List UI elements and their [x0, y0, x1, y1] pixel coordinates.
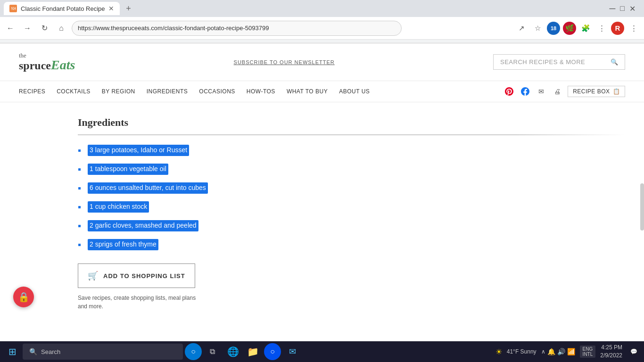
search-box[interactable]: SEARCH RECIPES & MORE 🔍 — [493, 54, 625, 70]
notification-center-button[interactable]: 💬 — [627, 345, 640, 358]
nav-recipes[interactable]: RECIPES — [19, 88, 45, 95]
ingredient-text: 1 cup chicken stock — [88, 201, 149, 213]
taskbar-edge[interactable]: 🌐 — [224, 343, 241, 360]
edge-icon: 🌐 — [227, 346, 239, 357]
logo-spruce: spruce — [19, 60, 51, 71]
browser-nav-bar: ← → ↻ ⌂ https://www.thespruceeats.com/cl… — [0, 17, 644, 40]
nav-cocktails[interactable]: COCKTAILS — [57, 88, 91, 95]
share-icon[interactable]: ↗ — [515, 22, 528, 35]
search-submit-icon[interactable]: 🔍 — [611, 58, 619, 66]
system-tray: ∧ 🔔 🔊 📶 — [541, 348, 575, 355]
add-to-list-label: ADD TO SHOPPING LIST — [103, 272, 185, 280]
ingredients-title: Ingredients — [78, 116, 625, 129]
recipe-box-label: RECIPE BOX — [573, 88, 610, 95]
nav-about-us[interactable]: ABOUT US — [339, 88, 370, 95]
ingredient-text: 1 tablespoon vegetable oil — [88, 164, 168, 175]
cortana-icon: ○ — [191, 347, 196, 356]
profile-icon[interactable]: R — [611, 22, 624, 35]
maximize-button[interactable]: □ — [620, 4, 625, 13]
spruce-ext-icon[interactable]: 🌿 — [563, 22, 576, 35]
notification-icon[interactable]: 🔔 — [547, 348, 555, 355]
start-button[interactable]: ⊞ — [4, 343, 21, 360]
tab-bar: 🍽 Classic Fondant Potato Recipe ✕ + ─ □ … — [0, 0, 644, 17]
settings-icon[interactable]: ⋮ — [595, 22, 608, 35]
page-content: Ingredients ▪ 3 large potatoes, Idaho or… — [0, 102, 644, 341]
forward-button[interactable]: → — [21, 22, 34, 35]
social-links: ✉ 🖨 RECIPE BOX 📋 — [504, 86, 625, 97]
bullet-icon: ▪ — [78, 182, 81, 194]
date-display: 2/9/2022 — [600, 352, 622, 360]
newsletter-link[interactable]: SUBSCRIBE TO OUR NEWSLETTER — [234, 59, 335, 65]
reload-button[interactable]: ↻ — [38, 22, 51, 35]
home-button[interactable]: ⌂ — [55, 22, 68, 35]
network-icon[interactable]: 📶 — [567, 348, 575, 355]
mail-icon: ✉ — [289, 346, 296, 357]
taskbar-task-view[interactable]: ⧉ — [204, 343, 221, 360]
nav-links: RECIPES COCKTAILS BY REGION INGREDIENTS … — [19, 88, 504, 95]
logo-eats: Eats — [51, 58, 75, 72]
nav-occasions[interactable]: OCCASIONS — [199, 88, 235, 95]
tab-close-button[interactable]: ✕ — [108, 5, 114, 12]
nav-by-region[interactable]: BY REGION — [102, 88, 135, 95]
new-tab-button[interactable]: + — [122, 2, 135, 15]
add-to-shopping-list-button[interactable]: 🛒 ADD TO SHOPPING LIST — [78, 263, 195, 288]
clock: 4:25 PM 2/9/2022 — [600, 344, 622, 360]
volume-icon[interactable]: 🔊 — [557, 348, 565, 355]
nav-how-tos[interactable]: HOW-TOS — [247, 88, 275, 95]
chevron-up-icon[interactable]: ∧ — [541, 348, 545, 355]
taskbar-right: ☀ 41°F Sunny ∧ 🔔 🔊 📶 ENG INTL 4:25 PM 2/… — [495, 344, 640, 360]
address-bar[interactable]: https://www.thespruceeats.com/classic-fo… — [72, 21, 402, 36]
active-tab[interactable]: 🍽 Classic Fondant Potato Recipe ✕ — [4, 2, 120, 15]
site-logo[interactable]: the spruce Eats — [19, 52, 75, 72]
ingredients-list: ▪ 3 large potatoes, Idaho or Russet ▪ 1 … — [78, 145, 625, 250]
extensions-icon[interactable]: 18 — [547, 22, 560, 35]
time-display: 4:25 PM — [600, 344, 622, 352]
scrollbar[interactable] — [640, 183, 644, 230]
taskbar-search-label: Search — [41, 348, 60, 355]
ingredients-divider — [78, 134, 625, 135]
pinterest-icon[interactable] — [504, 86, 515, 97]
list-item: ▪ 3 large potatoes, Idaho or Russet — [78, 145, 625, 156]
main-nav: RECIPES COCKTAILS BY REGION INGREDIENTS … — [0, 81, 644, 102]
email-icon[interactable]: ✉ — [536, 86, 547, 97]
puzzle-icon[interactable]: 🧩 — [579, 22, 592, 35]
nav-ingredients[interactable]: INGREDIENTS — [147, 88, 188, 95]
list-item: ▪ 6 ounces unsalted butter, cut into cub… — [78, 182, 625, 194]
taskbar-mail[interactable]: ✉ — [284, 343, 301, 360]
print-icon[interactable]: 🖨 — [552, 86, 563, 97]
site-header: the spruce Eats SUBSCRIBE TO OUR NEWSLET… — [0, 43, 644, 81]
cortana-app-icon: ○ — [270, 347, 275, 356]
taskbar-cortana-app[interactable]: ○ — [264, 343, 281, 360]
bullet-icon: ▪ — [78, 220, 81, 231]
lock-button[interactable]: 🔒 — [13, 287, 34, 307]
bookmark-icon[interactable]: ☆ — [531, 22, 544, 35]
url-text: https://www.thespruceeats.com/classic-fo… — [78, 25, 269, 32]
list-item: ▪ 1 tablespoon vegetable oil — [78, 164, 625, 175]
ingredient-text: 3 large potatoes, Idaho or Russet — [88, 145, 189, 156]
cart-icon: 🛒 — [88, 271, 99, 281]
temperature: 41°F Sunny — [507, 348, 537, 355]
notif-center-icon: 💬 — [630, 348, 637, 355]
taskbar-file-explorer[interactable]: 📁 — [244, 343, 261, 360]
back-button[interactable]: ← — [4, 22, 17, 35]
nav-what-to-buy[interactable]: WHAT TO BUY — [287, 88, 328, 95]
shopping-note: Save recipes, create shopping lists, mea… — [78, 294, 200, 311]
taskbar-search-box[interactable]: 🔍 Search — [23, 344, 183, 360]
browser-toolbar: ↗ ☆ 18 🌿 🧩 ⋮ R ⋮ — [515, 22, 640, 35]
ingredient-text: 6 ounces unsalted butter, cut into cubes — [88, 182, 208, 194]
folder-icon: 📁 — [247, 346, 259, 357]
taskbar-cortana[interactable]: ○ — [185, 343, 202, 360]
recipe-box-icon: 📋 — [613, 88, 620, 95]
close-button[interactable]: ✕ — [629, 4, 636, 13]
taskbar-search-icon: 🔍 — [29, 348, 37, 355]
bullet-icon: ▪ — [78, 201, 81, 213]
recipe-box-button[interactable]: RECIPE BOX 📋 — [568, 86, 625, 97]
list-item: ▪ 1 cup chicken stock — [78, 201, 625, 213]
list-item: ▪ 2 garlic cloves, smashed and peeled — [78, 220, 625, 231]
menu-icon[interactable]: ⋮ — [627, 22, 640, 35]
language-indicator[interactable]: ENG INTL — [580, 346, 596, 358]
list-item: ▪ 2 sprigs of fresh thyme — [78, 239, 625, 250]
minimize-button[interactable]: ─ — [610, 4, 616, 14]
browser-chrome: 🍽 Classic Fondant Potato Recipe ✕ + ─ □ … — [0, 0, 644, 43]
facebook-icon[interactable] — [520, 86, 531, 97]
